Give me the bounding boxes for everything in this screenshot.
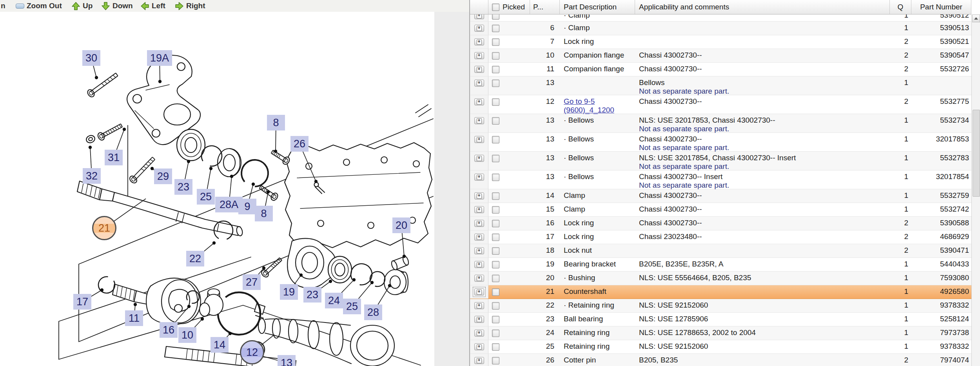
picked-checkbox[interactable] [492, 275, 499, 282]
part-description-column-header[interactable]: Part Description [560, 0, 635, 14]
table-row[interactable]: +16Lock ringChassi 43002730--25390588 [470, 217, 971, 230]
table-row[interactable]: +23Ball bearingNLS: USE 1278590615258124 [470, 313, 971, 326]
diagram-label-16[interactable]: 16 [160, 322, 178, 338]
diagram-label-28[interactable]: 28 [364, 304, 382, 320]
table-row[interactable]: +13BellowsNot as separate spare part.1 [470, 76, 971, 95]
pan-right-button[interactable]: Right [175, 0, 205, 12]
expand-row-button[interactable]: + [474, 275, 484, 282]
table-row[interactable]: +22· Retaining ringNLS: USE 921520601937… [470, 299, 971, 313]
diagram-label-22[interactable]: 22 [186, 251, 204, 266]
diagram-label-10[interactable]: 10 [178, 327, 196, 343]
go-to-link[interactable]: Go to 9-5 [564, 97, 635, 106]
diagram-label-24[interactable]: 24 [325, 293, 343, 308]
expand-row-button[interactable]: + [474, 136, 484, 143]
picked-checkbox[interactable] [492, 234, 499, 241]
expand-row-button[interactable]: + [474, 155, 484, 162]
expand-row-button[interactable]: + [474, 80, 484, 87]
expand-row-button[interactable]: + [474, 302, 484, 309]
diagram-label-29[interactable]: 29 [154, 169, 172, 184]
table-row[interactable]: +12Go to 9-5(9600)_4_1200Chassi 43002730… [470, 95, 971, 114]
expand-row-button[interactable]: + [474, 316, 484, 323]
expand-row-button[interactable]: + [474, 330, 484, 337]
diagram-label-9[interactable]: 9 [238, 199, 256, 214]
diagram-label-8[interactable]: 8 [255, 206, 273, 221]
expand-row-button[interactable]: + [474, 25, 484, 32]
expand-row-button[interactable]: + [474, 357, 484, 364]
scroll-up-button[interactable] [972, 14, 980, 22]
picked-checkbox[interactable] [492, 302, 499, 310]
zoom-out-button[interactable]: Zoom Out [16, 0, 62, 12]
picked-checkbox[interactable] [492, 25, 499, 32]
diagram-label-8[interactable]: 8 [267, 115, 285, 130]
picked-checkbox[interactable] [492, 80, 499, 87]
go-to-link[interactable]: (9600)_4_1200 [564, 106, 635, 114]
picked-checkbox[interactable] [492, 343, 499, 351]
table-row[interactable]: +21Countershaft14926580 [470, 285, 971, 299]
pan-up-button[interactable]: Up [71, 0, 93, 12]
diagram-label-31[interactable]: 31 [105, 150, 123, 165]
diagram-label-23[interactable]: 23 [174, 179, 192, 195]
picked-header-checkbox[interactable] [492, 4, 499, 11]
table-row[interactable]: +· Clamp15390512 [470, 14, 971, 22]
table-row[interactable]: +6· Clamp15390513 [470, 22, 971, 35]
diagram-label-19A[interactable]: 19A [147, 50, 172, 66]
expand-row-button[interactable]: + [474, 288, 484, 295]
scrollbar-thumb[interactable] [973, 110, 980, 197]
picked-checkbox[interactable] [492, 220, 499, 227]
table-row[interactable]: +13· BellowsChassi 43002730--Not as sepa… [470, 133, 971, 152]
diagram-label-32[interactable]: 32 [83, 168, 101, 184]
table-row[interactable]: +24Retaining ringNLS: USE 12788653, 2002… [470, 326, 971, 340]
exploded-diagram-panel[interactable]: 3019A826313229232528A9820212227171923242… [0, 12, 434, 366]
table-row[interactable]: +17Lock ringChassi 23023480--24686929 [470, 230, 971, 244]
table-row[interactable]: +13· BellowsNLS: USE 32017854, Chassi 43… [470, 152, 971, 170]
table-row[interactable]: +26Cotter pinB205, B23527974074 [470, 354, 971, 366]
table-row[interactable]: +20· BushingNLS: USE 55564664, B205, B23… [470, 272, 971, 285]
expand-row-button[interactable]: + [474, 117, 484, 124]
picked-checkbox[interactable] [492, 206, 499, 214]
picked-checkbox[interactable] [492, 247, 499, 255]
table-row[interactable]: +11Companion flangeChassi 43002730--2553… [470, 63, 971, 76]
table-row[interactable]: +14ClampChassi 43002730--15532759 [470, 189, 971, 203]
diagram-label-23[interactable]: 23 [303, 287, 321, 303]
expand-row-button[interactable]: + [474, 261, 484, 268]
picked-checkbox[interactable] [492, 192, 499, 200]
diagram-callout-21[interactable]: 21 [92, 216, 116, 240]
diagram-label-25[interactable]: 25 [197, 189, 215, 205]
expand-row-button[interactable]: + [474, 220, 484, 227]
diagram-label-26[interactable]: 26 [290, 136, 309, 152]
picked-checkbox[interactable] [492, 288, 499, 296]
expand-row-button[interactable]: + [474, 206, 484, 213]
diagram-label-30[interactable]: 30 [82, 50, 100, 66]
expand-row-button[interactable]: + [474, 38, 484, 45]
picked-checkbox[interactable] [492, 316, 499, 323]
expand-row-button[interactable]: + [474, 14, 484, 19]
picked-checkbox[interactable] [492, 117, 499, 125]
diagram-label-11[interactable]: 11 [125, 310, 143, 326]
picked-checkbox[interactable] [492, 52, 499, 60]
diagram-label-14[interactable]: 14 [211, 337, 229, 353]
picked-checkbox[interactable] [492, 14, 499, 20]
expand-row-button[interactable]: + [474, 247, 484, 254]
table-row[interactable]: +25Retaining ringNLS: USE 92152060193783… [470, 340, 971, 354]
picked-checkbox[interactable] [492, 174, 499, 181]
pan-left-button[interactable]: Left [140, 0, 165, 12]
quantity-column-header[interactable]: Q [890, 0, 911, 14]
picked-checkbox[interactable] [492, 136, 499, 143]
diagram-label-19[interactable]: 19 [280, 284, 298, 300]
diagram-label-27[interactable]: 27 [243, 274, 261, 290]
diagram-label-20[interactable]: 20 [392, 217, 410, 233]
applicability-column-header[interactable]: Applicability and comments [635, 0, 890, 14]
diagram-label-13[interactable]: 13 [278, 355, 296, 366]
expand-row-button[interactable]: + [474, 174, 484, 181]
table-row[interactable]: +7Lock ring25390521 [470, 35, 971, 49]
picked-checkbox[interactable] [492, 357, 499, 364]
table-row[interactable]: +18Lock nut25390471 [470, 244, 971, 258]
expand-row-button[interactable]: + [474, 234, 484, 241]
expand-row-button[interactable]: + [474, 66, 484, 73]
pan-down-button[interactable]: Down [101, 0, 133, 12]
picked-checkbox[interactable] [492, 66, 499, 73]
table-row[interactable]: +19Bearing bracketB205E, B235E, B235R, A… [470, 258, 971, 272]
table-row[interactable]: +10Companion flangeChassi 43002730--2539… [470, 49, 971, 63]
part-number-column-header[interactable]: Part Number [911, 0, 971, 14]
expand-row-button[interactable]: + [474, 343, 484, 350]
